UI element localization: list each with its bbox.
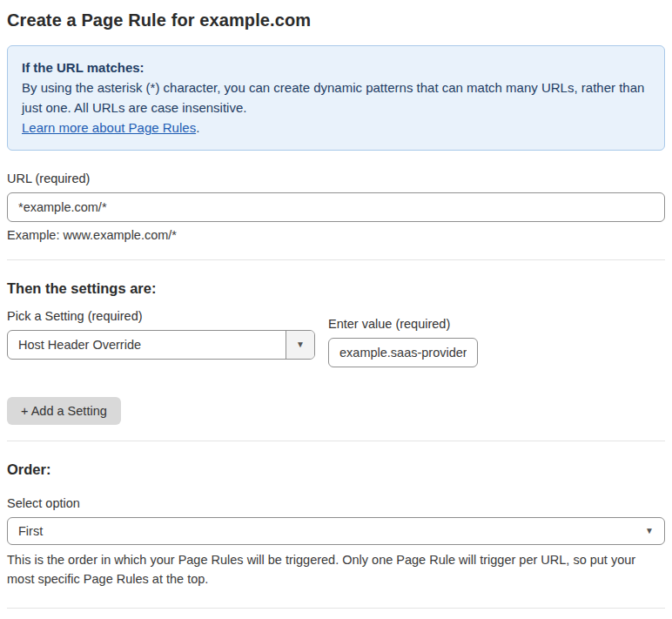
setting-select-arrow-segment[interactable]: ▼	[286, 331, 314, 359]
url-example-hint: Example: www.example.com/*	[7, 228, 665, 242]
order-select[interactable]: First ▼	[7, 517, 665, 545]
url-input[interactable]	[7, 192, 665, 222]
settings-row: Pick a Setting (required) Host Header Ov…	[7, 297, 665, 367]
setting-select-label: Pick a Setting (required)	[7, 309, 315, 323]
info-box-heading: If the URL matches:	[22, 57, 650, 77]
add-setting-button[interactable]: + Add a Setting	[7, 397, 121, 425]
order-select-value: First	[18, 524, 645, 538]
settings-section-heading: Then the settings are:	[7, 280, 665, 297]
chevron-down-icon: ▼	[296, 340, 305, 349]
page-title: Create a Page Rule for example.com	[7, 10, 665, 30]
setting-select-value: Host Header Override	[8, 338, 286, 352]
setting-select[interactable]: Host Header Override ▼	[7, 330, 315, 360]
setting-column: Pick a Setting (required) Host Header Ov…	[7, 297, 315, 360]
learn-more-link[interactable]: Learn more about Page Rules	[22, 120, 196, 135]
setting-value-input[interactable]	[328, 338, 478, 367]
link-suffix: .	[196, 120, 199, 135]
info-box-body: By using the asterisk (*) character, you…	[22, 77, 650, 118]
order-select-label: Select option	[7, 496, 665, 510]
divider	[7, 259, 665, 260]
url-match-info-box: If the URL matches: By using the asteris…	[7, 45, 665, 151]
info-box-link-line: Learn more about Page Rules.	[22, 118, 650, 138]
order-hint: This is the order in which your Page Rul…	[7, 550, 665, 589]
chevron-down-icon: ▼	[645, 527, 654, 535]
value-column: Enter value (required)	[328, 305, 478, 367]
order-section-heading: Order:	[7, 461, 665, 478]
divider	[7, 608, 665, 609]
value-field-label: Enter value (required)	[328, 317, 478, 331]
url-field-label: URL (required)	[7, 172, 665, 185]
divider	[7, 441, 665, 441]
